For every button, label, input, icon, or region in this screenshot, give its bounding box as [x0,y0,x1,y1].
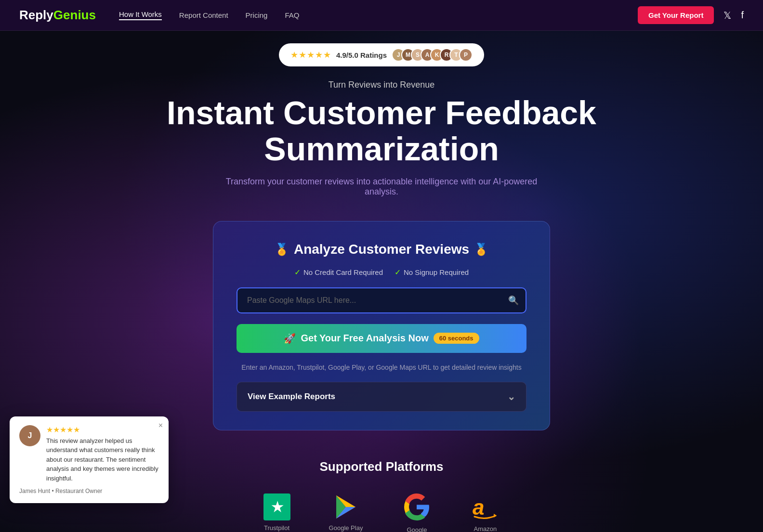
popup-header: J ★★★★★ This review analyzer helped us u… [19,425,159,483]
hero-description: Transform your customer reviews into act… [218,177,545,197]
popup-stars: ★★★★★ [46,425,159,434]
laurel-left-icon: 🏅 [275,243,289,256]
nav-how-it-works[interactable]: How It Works [119,10,162,20]
analyze-card: 🏅 Analyze Customer Reviews 🏅 ✓ No Credit… [213,221,550,430]
navbar: ReplyGenius How It Works Report Content … [0,0,763,31]
nav-report-content[interactable]: Report Content [179,11,228,19]
no-signup-badge: ✓ No Signup Required [395,268,469,277]
google-label: Google [407,526,427,532]
ratings-badge: ★★★★★ 4.9/5.0 Ratings J M S A K R T P [279,43,484,66]
check-icon: ✓ [294,268,301,277]
platform-amazon: a Amazon [471,493,500,532]
url-input-wrapper: 🔍 [237,287,526,313]
ratings-score: 4.9/5.0 Ratings [336,51,387,59]
no-credit-card-badge: ✓ No Credit Card Required [294,268,383,277]
logo-genius: Genius [53,8,96,22]
google-play-label: Google Play [329,524,363,532]
avatar: P [459,48,473,62]
review-popup: × J ★★★★★ This review analyzer helped us… [10,416,169,504]
facebook-icon[interactable]: f [741,10,744,21]
platform-google: Google [401,492,432,532]
cta-analyze-button[interactable]: 🚀 Get Your Free Analysis Now 60 seconds [237,324,526,353]
amazon-label: Amazon [474,525,497,532]
url-input[interactable] [237,287,526,313]
card-title: 🏅 Analyze Customer Reviews 🏅 [275,242,488,257]
search-icon[interactable]: 🔍 [508,295,519,306]
trustpilot-icon: ★ [263,493,290,520]
view-example-button[interactable]: View Example Reports ⌄ [237,382,526,412]
google-icon [401,492,432,522]
svg-marker-7 [494,514,497,518]
nav-links: How It Works Report Content Pricing FAQ [119,10,638,20]
hero-subtitle: Turn Reviews into Revenue [329,80,434,90]
laurel-right-icon: 🏅 [474,243,488,256]
hero-title: Instant Customer Feedback Summarization [167,95,596,167]
platform-trustpilot: ★ Trustpilot [263,493,290,532]
popup-avatar: J [19,425,40,446]
amazon-icon: a [471,493,500,521]
nav-faq[interactable]: FAQ [285,11,299,19]
svg-text:a: a [473,495,484,519]
trustpilot-label: Trustpilot [264,524,289,532]
popup-close-button[interactable]: × [158,421,163,430]
google-play-icon [332,493,359,520]
nav-pricing[interactable]: Pricing [246,11,268,19]
rocket-emoji: 🚀 [284,333,296,344]
hint-text: Enter an Amazon, Trustpilot, Google Play… [241,363,521,371]
logo-reply: Reply [19,8,53,22]
get-report-button[interactable]: Get Your Report [638,6,714,24]
platform-google-play: Google Play [329,493,363,532]
cta-time-badge: 60 seconds [434,333,479,344]
card-badges: ✓ No Credit Card Required ✓ No Signup Re… [294,268,469,277]
svg-text:★: ★ [271,500,283,515]
chevron-down-icon: ⌄ [507,391,515,402]
popup-author: James Hunt • Restaurant Owner [19,488,159,494]
nav-right: Get Your Report 𝕏 f [638,6,744,24]
check-icon: ✓ [395,268,401,277]
twitter-icon[interactable]: 𝕏 [724,10,731,21]
avatar-group: J M S A K R T P [392,48,473,62]
logo[interactable]: ReplyGenius [19,8,96,23]
star-icons: ★★★★★ [290,50,331,60]
popup-review-text: This review analyzer helped us understan… [46,436,159,483]
cta-label: Get Your Free Analysis Now [301,333,428,344]
